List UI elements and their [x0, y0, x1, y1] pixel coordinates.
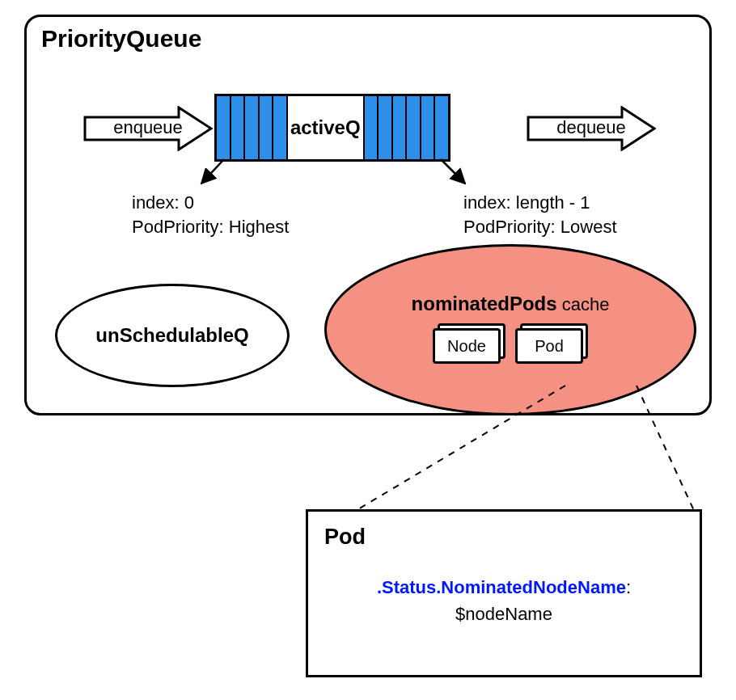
right-annotation: index: length - 1 PodPriority: Lowest — [463, 191, 617, 238]
activeq-block: activeQ — [214, 94, 450, 162]
dequeue-label: dequeue — [527, 117, 656, 138]
pod-stack: Pod — [515, 323, 588, 364]
activeq-slot — [435, 96, 448, 159]
dequeue-arrow: dequeue — [527, 106, 656, 151]
activeq-slot — [217, 96, 231, 159]
nominatedpods-label-suffix: cache — [557, 294, 610, 314]
activeq-label: activeQ — [288, 96, 365, 159]
nominatedpods-label-bold: nominatedPods — [412, 293, 557, 314]
enqueue-label: enqueue — [83, 117, 213, 138]
unschedulableq-label: unSchedulableQ — [95, 324, 248, 347]
left-annot-line2: PodPriority: Highest — [132, 215, 289, 239]
activeq-slot — [393, 96, 408, 159]
node-stack-label: Node — [433, 328, 501, 364]
left-annot-line1: index: 0 — [132, 191, 289, 215]
activeq-slot — [260, 96, 274, 159]
activeq-slot — [365, 96, 379, 159]
pod-detail-value: $nodeName — [308, 601, 700, 627]
right-annot-line1: index: length - 1 — [463, 191, 617, 215]
activeq-slot — [407, 96, 421, 159]
activeq-slot — [379, 96, 393, 159]
activeq-slot — [273, 96, 288, 159]
pod-detail-colon: : — [626, 577, 631, 597]
activeq-slot — [231, 96, 246, 159]
priority-queue-container: PriorityQueue enqueue dequeue activeQ in… — [24, 15, 712, 415]
priority-queue-title: PriorityQueue — [41, 25, 201, 53]
activeq-slot — [245, 96, 260, 159]
pod-detail-title: Pod — [324, 525, 700, 550]
pod-stack-label: Pod — [515, 328, 583, 364]
enqueue-arrow: enqueue — [83, 106, 213, 151]
node-stack: Node — [433, 323, 505, 364]
unschedulableq-ellipse: unSchedulableQ — [55, 284, 290, 387]
pod-detail-lines: .Status.NominatedNodeName: $nodeName — [308, 574, 700, 627]
nominatedpods-inner: nominatedPods cache Node Pod — [412, 293, 610, 367]
right-annot-line2: PodPriority: Lowest — [463, 215, 617, 239]
nominatedpods-ellipse: nominatedPods cache Node Pod — [324, 244, 696, 415]
pod-detail-box: Pod .Status.NominatedNodeName: $nodeName — [306, 509, 702, 677]
left-annotation: index: 0 PodPriority: Highest — [132, 191, 289, 238]
activeq-slot — [421, 96, 436, 159]
pod-detail-key: .Status.NominatedNodeName — [377, 577, 626, 597]
